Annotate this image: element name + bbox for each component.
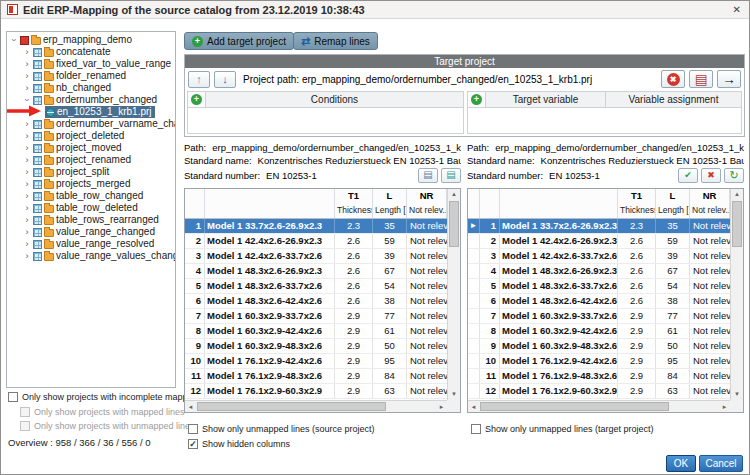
table-row[interactable]: 7Model 1 60.3x2.9-33.7x2.62.977Not relev… <box>468 309 730 324</box>
tree-item-project_deleted[interactable]: ›project_deleted <box>7 130 175 142</box>
ok-button[interactable]: OK <box>666 455 696 472</box>
accept-mapping-button[interactable]: ✔ <box>678 168 698 183</box>
expand-icon[interactable]: › <box>22 154 32 166</box>
show-hidden-columns-checkbox[interactable]: ✓ Show hidden columns <box>188 439 290 449</box>
tree-item-projects_merged[interactable]: ›projects_merged <box>7 178 175 190</box>
tree-item-table_row_deleted[interactable]: ›table_row_deleted <box>7 202 175 214</box>
expand-icon[interactable]: › <box>22 250 32 262</box>
vertical-scrollbar[interactable]: ▲ ▼ <box>447 189 460 400</box>
expand-icon[interactable]: › <box>22 190 32 202</box>
delete-mapping-lines-button[interactable]: ▤ <box>689 70 713 88</box>
table-row[interactable]: 6Model 1 48.3x2.6-42.4x2.62.638Not relev… <box>185 294 447 309</box>
t1-column-header[interactable]: T1Thickness... <box>618 189 656 218</box>
scroll-right-icon[interactable]: ▸ <box>719 401 730 412</box>
expand-icon[interactable]: › <box>22 178 32 190</box>
target-variable-column-header[interactable]: Target variable <box>486 92 606 107</box>
tree-item-value_range_values_changed[interactable]: ›value_range_values_changed <box>7 250 175 262</box>
table-row[interactable]: 6Model 1 48.3x2.6-42.4x2.62.638Not relev… <box>468 294 730 309</box>
source-number-columns-button[interactable]: ▤ <box>441 168 461 183</box>
table-row[interactable]: 11Model 1 76.1x2.9-48.3x2.62.984Not rele… <box>185 369 447 384</box>
move-target-down-button[interactable]: ↓ <box>214 71 236 88</box>
table-row[interactable]: 11Model 1 76.1x2.9-48.3x2.62.984Not rele… <box>468 369 730 384</box>
expand-icon[interactable]: › <box>22 166 32 178</box>
conditions-column-header[interactable]: Conditions <box>206 92 463 107</box>
scrollbar-thumb[interactable] <box>480 402 669 411</box>
table-row[interactable]: 4Model 1 48.3x2.6-26.9x2.32.667Not relev… <box>185 264 447 279</box>
expand-icon[interactable]: › <box>22 226 32 238</box>
expand-icon[interactable]: › <box>22 238 32 250</box>
close-icon[interactable]: ✕ <box>731 4 743 15</box>
scroll-left-icon[interactable]: ◂ <box>468 401 479 412</box>
table-row[interactable]: 9Model 1 60.3x2.9-48.3x2.62.950Not relev… <box>185 339 447 354</box>
expand-icon[interactable]: › <box>22 142 32 154</box>
tree-item-fixed_var_to_value_range[interactable]: ›fixed_var_to_value_range <box>7 58 175 70</box>
expand-icon[interactable]: › <box>22 214 32 226</box>
expand-icon[interactable]: › <box>22 130 32 142</box>
t1-column-header[interactable]: T1Thickness... <box>335 189 373 218</box>
nr-column-header[interactable]: NRNot relev... <box>407 189 447 218</box>
remove-target-project-button[interactable]: ✖ <box>661 70 685 88</box>
table-row[interactable]: 2Model 1 42.4x2.6-26.9x2.32.659Not relev… <box>185 234 447 249</box>
table-row[interactable]: 3Model 1 42.4x2.6-33.7x2.62.639Not relev… <box>468 249 730 264</box>
l-column-header[interactable]: LLength [... <box>656 189 690 218</box>
l-column-header[interactable]: LLength [... <box>373 189 407 218</box>
table-row[interactable]: 5Model 1 48.3x2.6-33.7x2.62.654Not relev… <box>468 279 730 294</box>
tree-item-table_row_changed[interactable]: ›table_row_changed <box>7 190 175 202</box>
cancel-button[interactable]: Cancel <box>699 455 743 472</box>
scroll-up-icon[interactable]: ▲ <box>448 189 460 200</box>
table-row[interactable]: 10Model 1 76.1x2.9-42.4x2.62.995Not rele… <box>185 354 447 369</box>
variable-assignment-column-header[interactable]: Variable assignment <box>606 92 741 107</box>
table-row[interactable]: ►1Model 1 33.7x2.6-26.9x2.32.335Not rele… <box>468 219 730 234</box>
reject-mapping-button[interactable]: ✖ <box>701 168 721 183</box>
row-number-column-header[interactable] <box>185 189 205 218</box>
model-column-header[interactable] <box>500 189 618 218</box>
expand-icon[interactable]: › <box>22 82 32 94</box>
horizontal-scrollbar[interactable]: ◂ ▸ <box>185 400 447 412</box>
table-row[interactable]: 5Model 1 48.3x2.6-33.7x2.62.654Not relev… <box>185 279 447 294</box>
expand-icon[interactable]: › <box>22 58 32 70</box>
scrollbar-thumb[interactable] <box>197 402 386 411</box>
scrollbar-thumb[interactable] <box>732 201 742 247</box>
tree-item-erp_mapping_demo[interactable]: ›erp_mapping_demo <box>7 34 175 46</box>
source-columns-button[interactable]: ▤ <box>418 168 438 183</box>
horizontal-scrollbar[interactable]: ◂ ▸ <box>468 400 730 412</box>
show-unmapped-target-checkbox[interactable]: Show only unmapped lines (target project… <box>471 424 654 434</box>
row-number-column-header[interactable] <box>480 189 500 218</box>
table-row[interactable]: 4Model 1 48.3x2.6-26.9x2.32.667Not relev… <box>468 264 730 279</box>
remap-lines-button[interactable]: ⇄ Remap lines <box>293 32 378 50</box>
tree-item-folder_renamed[interactable]: ›folder_renamed <box>7 70 175 82</box>
table-row[interactable]: 3Model 1 42.4x2.6-33.7x2.62.639Not relev… <box>185 249 447 264</box>
add-target-project-button[interactable]: + Add target project <box>184 32 294 50</box>
tree-item-table_rows_rearranged[interactable]: ›table_rows_rearranged <box>7 214 175 226</box>
tree-item-project_renamed[interactable]: ›project_renamed <box>7 154 175 166</box>
scroll-right-icon[interactable]: ▸ <box>436 401 447 412</box>
table-row[interactable]: 2Model 1 42.4x2.6-26.9x2.32.659Not relev… <box>468 234 730 249</box>
scroll-down-icon[interactable]: ▼ <box>731 389 743 400</box>
collapse-icon[interactable]: › <box>8 35 20 45</box>
add-assignment-button[interactable]: + <box>468 92 486 107</box>
tree-item-ordernumber_varname_changed[interactable]: ›ordernumber_varname_changed <box>7 118 175 130</box>
scrollbar-thumb[interactable] <box>449 201 459 247</box>
expand-icon[interactable]: › <box>22 202 32 214</box>
model-column-header[interactable] <box>205 189 335 218</box>
scroll-up-icon[interactable]: ▲ <box>731 189 743 200</box>
scroll-left-icon[interactable]: ◂ <box>185 401 196 412</box>
nr-column-header[interactable]: NRNot relev... <box>690 189 730 218</box>
tree-item-project_moved[interactable]: ›project_moved <box>7 142 175 154</box>
refresh-mapping-button[interactable]: ↻ <box>724 168 744 183</box>
table-row[interactable]: 10Model 1 76.1x2.9-42.4x2.62.995Not rele… <box>468 354 730 369</box>
table-row[interactable]: 12Model 1 76.1x2.9-60.3x2.92.963Not rele… <box>468 384 730 399</box>
table-row[interactable]: 8Model 1 60.3x2.9-42.4x2.62.961Not relev… <box>468 324 730 339</box>
table-row[interactable]: 8Model 1 60.3x2.9-42.4x2.62.961Not relev… <box>185 324 447 339</box>
show-unmapped-source-checkbox[interactable]: Show only unmapped lines (source project… <box>188 424 375 434</box>
table-row[interactable]: 12Model 1 76.1x2.9-60.3x2.92.963Not rele… <box>185 384 447 399</box>
filter-incomplete-mappings-checkbox[interactable]: Only show projects with incomplete mappi… <box>8 392 204 402</box>
tree-item-value_range_changed[interactable]: ›value_range_changed <box>7 226 175 238</box>
table-row[interactable]: 9Model 1 60.3x2.9-48.3x2.62.950Not relev… <box>468 339 730 354</box>
collapse-icon[interactable]: › <box>21 95 33 105</box>
scroll-down-icon[interactable]: ▼ <box>448 389 460 400</box>
tree-item-project_split[interactable]: ›project_split <box>7 166 175 178</box>
move-target-up-button[interactable]: ↑ <box>188 71 210 88</box>
expand-icon[interactable]: › <box>22 70 32 82</box>
tree-item-nb_changed[interactable]: ›nb_changed <box>7 82 175 94</box>
